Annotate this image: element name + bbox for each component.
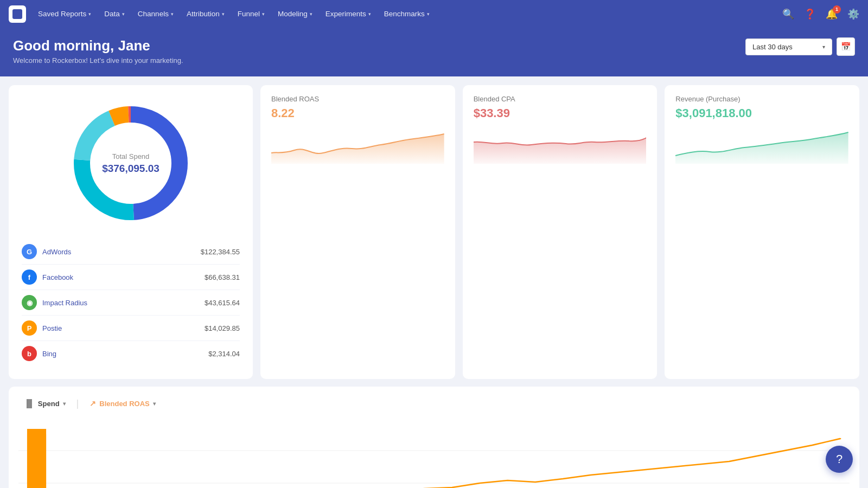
chevron-down-icon: ▾	[122, 11, 125, 17]
search-icon[interactable]: 🔍	[782, 8, 794, 20]
bar-chart-area	[18, 418, 850, 488]
app-logo[interactable]	[9, 5, 26, 23]
donut-card: Total Spend $376,095.03 G AdWords $122,3…	[9, 85, 253, 379]
channel-value: $43,615.64	[205, 299, 240, 307]
metric-value: 8.22	[271, 106, 444, 120]
channel-item-postie[interactable]: P Postie $14,029.85	[22, 316, 240, 341]
postie-icon: P	[22, 320, 37, 336]
channel-value: $122,384.55	[201, 248, 240, 256]
metric-card-revenue: Revenue (Purchase) $3,091,818.00	[665, 85, 859, 379]
nav-item-channels[interactable]: Channels ▾	[132, 7, 179, 21]
top-row: Total Spend $376,095.03 G AdWords $122,3…	[9, 85, 859, 379]
adwords-icon: G	[22, 244, 37, 259]
roas-sparkline	[271, 126, 444, 164]
channel-list: G AdWords $122,384.55 f Facebook $66,638…	[22, 239, 240, 366]
channel-item-impact[interactable]: ◉ Impact Radius $43,615.64	[22, 290, 240, 316]
metric-label: Revenue (Purchase)	[675, 95, 848, 103]
svg-rect-16	[27, 434, 46, 488]
cpa-sparkline	[474, 126, 647, 164]
bar-chart-icon: ▐▌	[24, 399, 35, 408]
navbar: Saved Reports ▾ Data ▾ Channels ▾ Attrib…	[0, 0, 868, 28]
page-greeting: Good morning, Jane	[13, 37, 183, 54]
metric-card-cpa: Blended CPA $33.39	[463, 85, 658, 379]
channel-name: AdWords	[42, 248, 201, 256]
spend-toggle[interactable]: ▐▌ Spend ▾	[18, 396, 71, 410]
main-content: Total Spend $376,095.03 G AdWords $122,3…	[0, 76, 868, 488]
nav-item-modeling[interactable]: Modeling ▾	[272, 7, 318, 21]
date-range-dropdown[interactable]: Last 30 days ▾	[745, 38, 832, 55]
chevron-down-icon: ▾	[310, 11, 312, 17]
bing-icon: b	[22, 346, 37, 361]
chart-header: ▐▌ Spend ▾ | ↗ Blended ROAS ▾	[18, 396, 850, 410]
channel-name: Impact Radius	[42, 299, 205, 307]
channel-value: $2,314.04	[208, 350, 240, 358]
channel-name: Facebook	[42, 273, 205, 281]
roas-label: Blended ROAS	[99, 400, 149, 408]
chevron-down-icon: ▾	[222, 11, 225, 17]
settings-icon[interactable]: ⚙️	[847, 8, 859, 20]
notification-icon[interactable]: 🔔 1	[826, 8, 838, 20]
channel-name: Bing	[42, 350, 208, 358]
nav-icons: 🔍 ❓ 🔔 1 ⚙️	[782, 8, 859, 20]
main-chart-card: ▐▌ Spend ▾ | ↗ Blended ROAS ▾	[9, 387, 859, 488]
channel-value: $66,638.31	[205, 273, 240, 281]
spend-label: Spend	[38, 400, 60, 408]
nav-item-experiments[interactable]: Experiments ▾	[320, 7, 376, 21]
notification-badge: 1	[833, 5, 841, 14]
facebook-icon: f	[22, 269, 37, 285]
channel-name: Postie	[42, 324, 205, 332]
chart-divider: |	[76, 398, 79, 409]
page-header-left: Good morning, Jane Welcome to Rockerbox!…	[13, 37, 183, 65]
chevron-down-icon: ▾	[153, 401, 156, 407]
donut-center: Total Spend $376,095.03	[102, 152, 159, 175]
metric-value: $3,091,818.00	[675, 106, 848, 120]
date-range-selector: Last 30 days ▾ 📅	[745, 37, 855, 56]
line-chart-icon: ↗	[90, 399, 96, 408]
chevron-down-icon: ▾	[63, 401, 66, 407]
revenue-sparkline	[675, 126, 848, 164]
nav-item-benchmarks[interactable]: Benchmarks ▾	[379, 7, 435, 21]
donut-value: $376,095.03	[102, 163, 159, 175]
roas-toggle[interactable]: ↗ Blended ROAS ▾	[84, 396, 161, 410]
chevron-down-icon: ▾	[822, 44, 825, 50]
nav-item-saved-reports[interactable]: Saved Reports ▾	[33, 7, 97, 21]
chevron-down-icon: ▾	[171, 11, 174, 17]
nav-item-funnel[interactable]: Funnel ▾	[232, 7, 270, 21]
chevron-down-icon: ▾	[368, 11, 371, 17]
chevron-down-icon: ▾	[88, 11, 91, 17]
channel-item-bing[interactable]: b Bing $2,314.04	[22, 341, 240, 366]
metric-value: $33.39	[474, 106, 647, 120]
date-range-label: Last 30 days	[752, 43, 793, 51]
donut-chart: Total Spend $376,095.03	[66, 98, 196, 228]
impact-icon: ◉	[22, 295, 37, 310]
chevron-down-icon: ▾	[427, 11, 430, 17]
page-header: Good morning, Jane Welcome to Rockerbox!…	[0, 28, 868, 76]
help-icon[interactable]: ❓	[804, 8, 816, 20]
help-fab[interactable]: ?	[826, 446, 853, 473]
calendar-button[interactable]: 📅	[837, 37, 855, 56]
channel-item-adwords[interactable]: G AdWords $122,384.55	[22, 239, 240, 265]
nav-item-attribution[interactable]: Attribution ▾	[181, 7, 230, 21]
donut-label: Total Spend	[102, 152, 159, 160]
channel-item-facebook[interactable]: f Facebook $66,638.31	[22, 265, 240, 290]
second-row: ▐▌ Spend ▾ | ↗ Blended ROAS ▾	[9, 387, 859, 488]
nav-item-data[interactable]: Data ▾	[99, 7, 130, 21]
metric-label: Blended CPA	[474, 95, 647, 103]
metric-card-roas: Blended ROAS 8.22	[260, 85, 455, 379]
chevron-down-icon: ▾	[262, 11, 265, 17]
page-subtitle: Welcome to Rockerbox! Let's dive into yo…	[13, 56, 183, 65]
metric-label: Blended ROAS	[271, 95, 444, 103]
channel-value: $14,029.85	[205, 324, 240, 332]
